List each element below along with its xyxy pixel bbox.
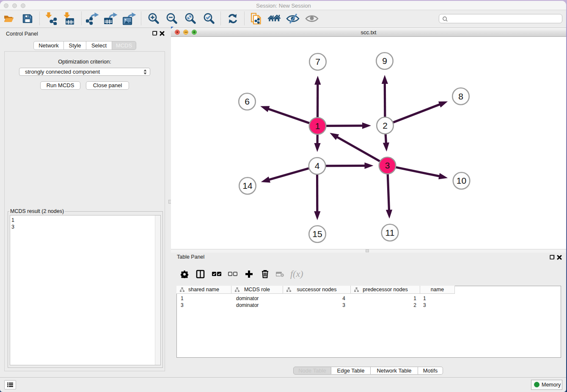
svg-text:2: 2 <box>383 121 388 130</box>
svg-text:9: 9 <box>382 56 387 66</box>
svg-text:4: 4 <box>315 161 320 171</box>
svg-text:1: 1 <box>315 121 320 131</box>
svg-text:8: 8 <box>458 91 463 101</box>
svg-text:15: 15 <box>312 229 322 239</box>
svg-text:6: 6 <box>245 97 250 106</box>
svg-text:7: 7 <box>315 57 320 66</box>
svg-text:14: 14 <box>242 181 253 190</box>
svg-text:3: 3 <box>385 160 390 170</box>
svg-text:11: 11 <box>385 228 395 237</box>
svg-text:10: 10 <box>457 176 466 185</box>
